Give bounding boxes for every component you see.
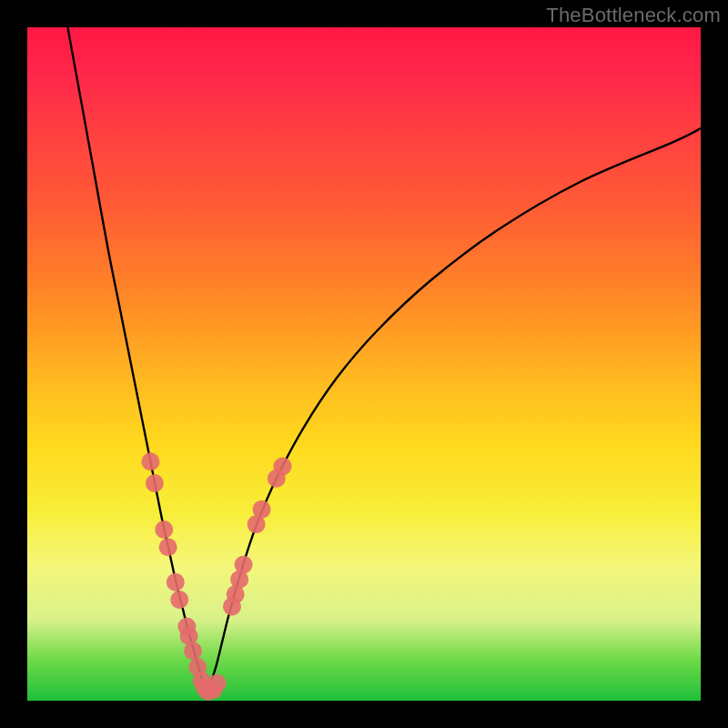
chart-frame: TheBottleneck.com (0, 0, 728, 728)
curve-group (67, 27, 701, 693)
data-dot-left (208, 674, 227, 693)
data-dot-left (170, 591, 188, 609)
data-dot-left (155, 521, 173, 539)
data-dot-left (146, 474, 164, 492)
data-dot-left (167, 573, 185, 592)
data-dot-left (159, 538, 177, 556)
chart-svg (27, 27, 701, 701)
data-dot-left (184, 642, 202, 660)
curve-right-curve (206, 128, 701, 693)
plot-area (27, 27, 701, 701)
data-dot-right (273, 457, 291, 475)
data-dot-right (253, 500, 271, 519)
data-dot-right (235, 556, 253, 574)
data-dot-left (141, 452, 159, 470)
watermark-text: TheBottleneck.com (546, 4, 721, 27)
